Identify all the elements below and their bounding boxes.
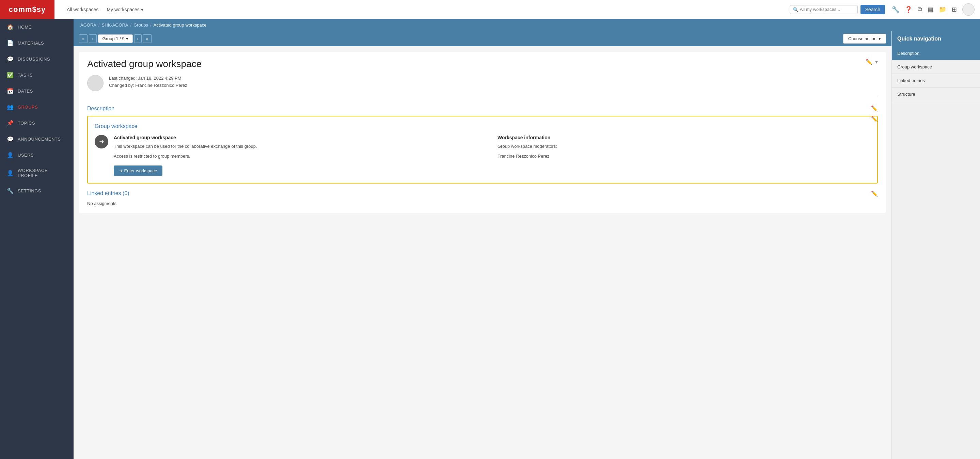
sidebar-label-announcements: ANNOUNCEMENTS: [18, 137, 60, 141]
description-section-header: Description ✏️: [87, 105, 878, 112]
meta-text: Last changed: Jan 18, 2022 4:29 PM Chang…: [109, 75, 187, 89]
sidebar-label-users: USERS: [18, 152, 34, 158]
sidebar-label-home: HOME: [18, 24, 32, 30]
search-button[interactable]: Search: [861, 5, 885, 14]
discussions-icon: 💬: [7, 56, 14, 62]
dates-icon: 📅: [7, 88, 14, 94]
last-page-button[interactable]: »: [143, 34, 151, 43]
group-selector-button[interactable]: Group 1 / 9 ▾: [98, 34, 133, 43]
breadcrumb-current: Activated group workspace: [154, 22, 207, 28]
pagination-controls: « ‹ Group 1 / 9 ▾ › »: [79, 34, 151, 43]
breadcrumb-sep-3: /: [150, 22, 151, 28]
breadcrumb-sep-1: /: [99, 22, 100, 28]
main-area: AGORA / SHK-AGORA / Groups / Activated g…: [73, 19, 980, 459]
changed-by: Changed by: Francine Rezzonico Perez: [109, 82, 187, 89]
sidebar-label-topics: TOPICS: [18, 121, 35, 125]
copy-icon[interactable]: ⧉: [918, 6, 922, 13]
apps-icon[interactable]: ⊞: [952, 6, 957, 13]
page-title: Activated group workspace: [87, 59, 202, 70]
prev-page-button[interactable]: ‹: [89, 34, 96, 43]
workspace-moderators-label: Group workspace moderators:: [498, 143, 870, 150]
nav-all-workspaces[interactable]: All workspaces: [67, 7, 99, 12]
sidebar-item-tasks[interactable]: ✅ TASKS: [0, 67, 73, 83]
sidebar-item-materials[interactable]: 📄 MATERIALS: [0, 35, 73, 51]
sidebar-item-home[interactable]: 🏠 HOME: [0, 19, 73, 35]
groups-icon: 👥: [7, 104, 14, 110]
sidebar-item-topics[interactable]: 📌 TOPICS: [0, 115, 73, 131]
edit-linked-entries-button[interactable]: ✏️: [871, 191, 878, 197]
sidebar-item-discussions[interactable]: 💬 DISCUSSIONS: [0, 51, 73, 67]
first-page-button[interactable]: «: [79, 34, 88, 43]
announcements-icon: 💬: [7, 136, 14, 142]
sidebar-label-dates: DATES: [18, 89, 33, 94]
right-nav-description[interactable]: Description: [892, 47, 980, 60]
logo[interactable]: comm$sy: [0, 0, 54, 19]
sidebar-item-settings[interactable]: 🔧 SETTINGS: [0, 183, 73, 199]
group-label: Group 1 / 9: [102, 36, 125, 41]
sidebar-label-workspace-profile: WORKSPACE PROFILE: [18, 168, 67, 178]
edit-description-button[interactable]: ✏️: [871, 105, 878, 112]
pagination-bar: « ‹ Group 1 / 9 ▾ › » Choose action ▾: [73, 31, 891, 46]
right-nav-structure[interactable]: Structure: [892, 87, 980, 101]
description-section-title: Description: [87, 106, 115, 112]
group-workspace-content: ➜ Activated group workspace This workspa…: [95, 135, 870, 176]
nav-links: All workspaces My workspaces ▾: [61, 7, 783, 12]
settings-icon: 🔧: [7, 187, 14, 194]
breadcrumb-agora[interactable]: AGORA: [80, 22, 96, 28]
right-panel: Quick navigation Description Group works…: [891, 31, 980, 459]
sidebar-label-settings: SETTINGS: [18, 188, 41, 194]
content-section: Activated group workspace ✏️ ▾ Last chan…: [79, 52, 886, 213]
breadcrumb-groups[interactable]: Groups: [134, 22, 148, 28]
chevron-down-icon: ▾: [141, 7, 143, 12]
sidebar-item-users[interactable]: 👤 USERS: [0, 147, 73, 163]
collapse-button[interactable]: ▾: [875, 59, 878, 65]
sidebar-item-groups[interactable]: 👥 GROUPS: [0, 99, 73, 115]
author-avatar: [87, 75, 103, 91]
edit-group-workspace-button[interactable]: ✏️: [871, 116, 878, 122]
linked-entries-title: Linked entries (0): [87, 191, 129, 197]
breadcrumb-sep-2: /: [130, 22, 132, 28]
nav-my-workspaces[interactable]: My workspaces ▾: [107, 7, 143, 12]
workspace-moderator-name: Francine Rezzonico Perez: [498, 153, 870, 160]
sidebar-item-workspace-profile[interactable]: 👤 WORKSPACE PROFILE: [0, 163, 73, 183]
topics-icon: 📌: [7, 120, 14, 126]
avatar[interactable]: [962, 3, 975, 16]
choose-action-button[interactable]: Choose action ▾: [843, 34, 886, 44]
no-assignments-text: No assigments: [87, 201, 878, 206]
workspace-info-title: Workspace information: [498, 135, 870, 140]
right-panel-header: Quick navigation: [892, 31, 980, 47]
grid-icon[interactable]: ▦: [928, 6, 933, 13]
app-body: 🏠 HOME 📄 MATERIALS 💬 DISCUSSIONS ✅ TASKS…: [0, 19, 980, 459]
search-input[interactable]: [800, 7, 855, 12]
question-icon[interactable]: ❓: [905, 6, 912, 13]
sidebar: 🏠 HOME 📄 MATERIALS 💬 DISCUSSIONS ✅ TASKS…: [0, 19, 73, 459]
workspace-icon: ➜: [95, 135, 108, 148]
sidebar-item-announcements[interactable]: 💬 ANNOUNCEMENTS: [0, 131, 73, 147]
right-nav-group-workspace[interactable]: Group workspace: [892, 60, 980, 74]
group-workspace-box: Group workspace ➜ Activated group worksp…: [87, 116, 878, 184]
search-area: 🔍 Search: [790, 5, 885, 14]
next-page-button[interactable]: ›: [134, 34, 142, 43]
users-icon: 👤: [7, 152, 14, 158]
sidebar-item-dates[interactable]: 📅 DATES: [0, 83, 73, 99]
chevron-down-icon: ▾: [126, 36, 128, 41]
breadcrumb-shk-agora[interactable]: SHK-AGORA: [102, 22, 128, 28]
group-workspace-info: Activated group workspace This workspace…: [114, 135, 870, 176]
sidebar-label-discussions: DISCUSSIONS: [18, 57, 50, 62]
enter-workspace-button[interactable]: ➜ Enter workspace: [114, 165, 162, 176]
linked-entries-section-header: Linked entries (0) ✏️: [87, 191, 878, 197]
edit-title-button[interactable]: ✏️: [865, 59, 872, 65]
main-content: « ‹ Group 1 / 9 ▾ › » Choose action ▾: [73, 31, 891, 459]
wrench-icon[interactable]: 🔧: [892, 6, 899, 13]
content-wrapper: « ‹ Group 1 / 9 ▾ › » Choose action ▾: [73, 31, 980, 459]
workspace-desc2: Access is restricted to group members.: [114, 153, 487, 160]
meta-row: Last changed: Jan 18, 2022 4:29 PM Chang…: [87, 75, 878, 97]
search-input-wrap: 🔍: [790, 5, 858, 14]
search-icon: 🔍: [793, 7, 799, 12]
right-nav-linked-entries[interactable]: Linked entries: [892, 74, 980, 87]
workspace-desc1: This workspace can be used for the colla…: [114, 143, 487, 150]
top-navbar: comm$sy All workspaces My workspaces ▾ 🔍…: [0, 0, 980, 19]
logo-text: comm$sy: [9, 5, 46, 14]
top-icons: 🔧 ❓ ⧉ ▦ 📁 ⊞: [892, 3, 975, 16]
folder-icon[interactable]: 📁: [939, 6, 946, 13]
